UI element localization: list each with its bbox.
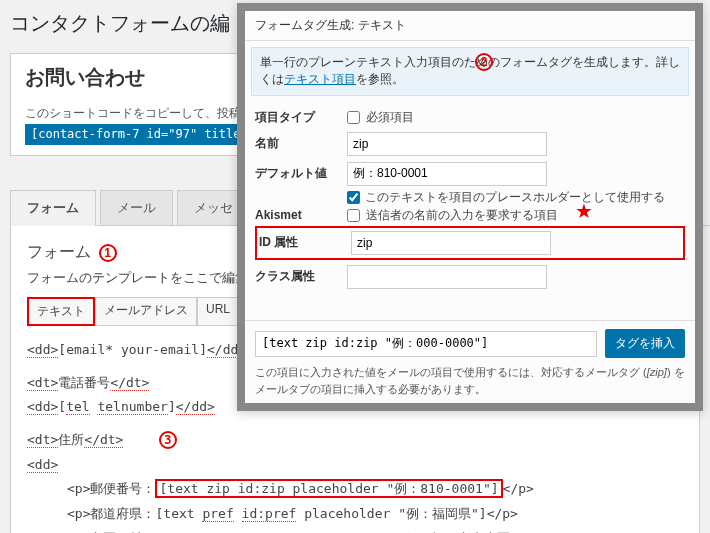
required-checkbox[interactable] [347, 111, 360, 124]
placeholder-checkbox[interactable] [347, 191, 360, 204]
id-input[interactable] [351, 231, 551, 255]
callout-3-icon: 3 [159, 431, 177, 449]
label-class: クラス属性 [255, 268, 347, 285]
label-default: デフォルト値 [255, 165, 347, 182]
dialog-title: フォームタグ生成: テキスト [245, 11, 695, 41]
tab-mail[interactable]: メール [100, 190, 173, 225]
tag-generator-dialog: 2 ★ フォームタグ生成: テキスト 単一行のプレーンテキスト入力項目のためのフ… [237, 3, 703, 411]
tagbtn-email[interactable]: メールアドレス [95, 297, 197, 326]
highlight-zip: [text zip id:zip placeholder "例：810-0001… [155, 479, 502, 498]
tagbtn-url[interactable]: URL [197, 297, 239, 326]
label-type: 項目タイプ [255, 109, 347, 126]
label-akismet: Akismet [255, 208, 347, 222]
required-label: 必須項目 [366, 110, 414, 125]
dialog-info: 単一行のプレーンテキスト入力項目のためのフォームタグを生成します。詳しくはテキス… [251, 47, 689, 96]
tagbtn-text[interactable]: テキスト [27, 297, 95, 326]
tab-form[interactable]: フォーム [10, 190, 96, 226]
dialog-note: この項目に入力された値をメールの項目で使用するには、対応するメールタグ ([zi… [255, 364, 685, 397]
label-name: 名前 [255, 135, 347, 152]
callout-2-icon: 2 [475, 53, 493, 71]
form-sub-title: フォーム [27, 242, 91, 263]
name-input[interactable] [347, 132, 547, 156]
akismet-checkbox-label: 送信者の名前の入力を要求する項目 [366, 208, 558, 223]
star-icon: ★ [575, 201, 593, 221]
callout-1-icon: 1 [99, 244, 117, 262]
generated-tag-input[interactable] [255, 331, 597, 357]
class-input[interactable] [347, 265, 547, 289]
id-highlight-box: ID 属性 [255, 226, 685, 260]
label-id: ID 属性 [259, 234, 351, 251]
akismet-checkbox[interactable] [347, 209, 360, 222]
default-input[interactable] [347, 162, 547, 186]
placeholder-checkbox-label: このテキストを項目のプレースホルダーとして使用する [365, 190, 665, 205]
dialog-help-link[interactable]: テキスト項目 [284, 73, 356, 85]
insert-tag-button[interactable]: タグを挿入 [605, 329, 685, 358]
